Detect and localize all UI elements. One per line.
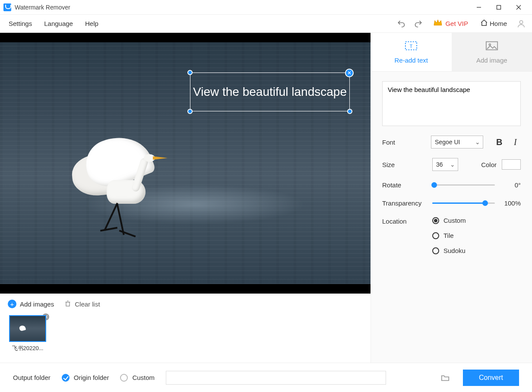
thumbnail-strip: + Add images Clear list ✕ 飞书20220... [0, 294, 370, 363]
svg-rect-5 [66, 302, 70, 306]
location-radio-tile[interactable]: Tile [432, 232, 466, 239]
location-radio-custom[interactable]: Custom [432, 217, 466, 224]
location-label: Location [382, 217, 427, 225]
origin-folder-label: Origin folder [74, 374, 109, 381]
thumbnail-image [9, 315, 46, 342]
rotate-slider[interactable] [432, 180, 495, 189]
app-title: Watermark Remover [15, 4, 70, 11]
custom-folder-radio[interactable]: Custom [120, 374, 155, 382]
menu-language[interactable]: Language [38, 20, 79, 27]
watermark-text-input[interactable] [382, 81, 521, 126]
transparency-value: 100% [500, 199, 521, 207]
trash-icon [64, 300, 71, 308]
rotate-value: 0° [500, 181, 521, 189]
svg-rect-1 [497, 5, 501, 9]
menubar: Settings Language Help Get VIP Home [0, 15, 532, 33]
color-picker[interactable] [502, 159, 521, 170]
rotate-label: Rotate [382, 181, 427, 189]
canvas-area[interactable]: View the beautiful landscape ✕ [0, 33, 370, 294]
preview-image: View the beautiful landscape ✕ [0, 42, 370, 284]
add-images-button[interactable]: + Add images [8, 300, 54, 308]
color-label: Color [481, 161, 497, 168]
thumbnail-item[interactable]: ✕ 飞书20220... [8, 315, 48, 352]
svg-text:T: T [410, 43, 413, 48]
font-select-value: Segoe UI [435, 139, 460, 145]
bird-illustration [59, 120, 180, 249]
window-minimize-button[interactable] [469, 0, 489, 15]
redo-button[interactable] [410, 15, 427, 32]
convert-button[interactable]: Convert [463, 370, 519, 386]
location-custom-label: Custom [443, 217, 466, 224]
add-images-label: Add images [20, 300, 54, 308]
chevron-down-icon: ⌄ [475, 139, 480, 145]
tab-add-image[interactable]: Add image [452, 33, 532, 71]
resize-handle-br[interactable] [347, 109, 352, 114]
menu-settings[interactable]: Settings [3, 20, 38, 27]
home-button[interactable]: Home [474, 19, 513, 28]
clear-list-label: Clear list [75, 300, 100, 308]
size-select[interactable]: 36 ⌄ [432, 158, 458, 171]
bold-button[interactable]: B [494, 136, 504, 148]
browse-folder-button[interactable] [439, 371, 452, 384]
bottom-bar: Output folder Origin folder Custom Conve… [0, 363, 532, 392]
undo-button[interactable] [393, 15, 410, 32]
tab-add-image-label: Add image [476, 57, 507, 64]
location-tile-label: Tile [443, 232, 454, 239]
tab-readd-text-label: Re-add text [394, 57, 428, 64]
window-close-button[interactable] [509, 0, 529, 15]
get-vip-button[interactable]: Get VIP [427, 19, 474, 28]
resize-handle-tl[interactable] [187, 70, 193, 75]
transparency-slider[interactable] [432, 199, 495, 207]
chevron-down-icon: ⌄ [450, 161, 455, 168]
home-label: Home [490, 20, 507, 27]
plus-icon: + [8, 300, 16, 308]
clear-list-button[interactable]: Clear list [64, 300, 100, 308]
titlebar: Watermark Remover [0, 0, 532, 15]
resize-handle-bl[interactable] [187, 109, 193, 114]
image-icon [485, 41, 498, 52]
location-radio-sudoku[interactable]: Sudoku [432, 247, 466, 254]
transparency-label: Transparency [382, 199, 427, 207]
font-select[interactable]: Segoe UI ⌄ [431, 136, 483, 149]
side-panel: T Re-add text Add image Font Segoe UI ⌄ … [370, 33, 532, 363]
crown-icon [433, 19, 443, 28]
output-path-input[interactable] [166, 371, 386, 385]
thumbnail-filename: 飞书20220... [12, 345, 44, 352]
text-box-icon: T [405, 41, 418, 52]
size-select-value: 36 [436, 161, 443, 168]
get-vip-label: Get VIP [445, 20, 468, 27]
origin-folder-radio[interactable]: Origin folder [62, 374, 109, 382]
home-icon [480, 19, 488, 28]
svg-point-9 [489, 44, 491, 45]
svg-point-4 [519, 20, 522, 23]
overlay-close-button[interactable]: ✕ [345, 69, 354, 77]
menu-help[interactable]: Help [79, 20, 104, 27]
tab-readd-text[interactable]: T Re-add text [371, 33, 452, 71]
text-overlay-selection[interactable]: View the beautiful landscape ✕ [190, 73, 350, 111]
user-account-button[interactable] [513, 16, 529, 32]
overlay-text: View the beautiful landscape [193, 85, 347, 99]
convert-label: Convert [479, 374, 503, 382]
size-label: Size [382, 161, 427, 168]
location-sudoku-label: Sudoku [443, 247, 466, 254]
window-maximize-button[interactable] [489, 0, 509, 15]
output-folder-label: Output folder [13, 374, 51, 381]
italic-button[interactable]: I [510, 136, 521, 148]
app-logo-icon [3, 3, 11, 11]
custom-folder-label: Custom [132, 374, 155, 381]
font-label: Font [382, 139, 426, 146]
